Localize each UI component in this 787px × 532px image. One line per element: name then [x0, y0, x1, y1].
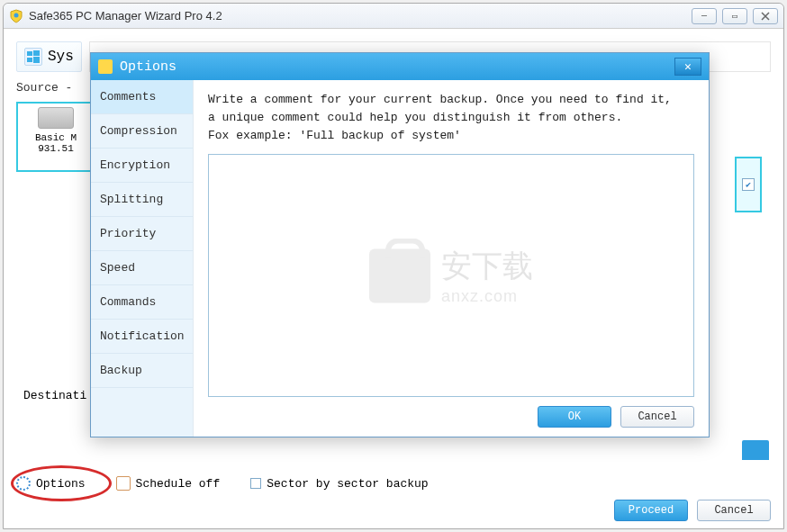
sidebar-item-compression[interactable]: Compression: [91, 114, 193, 149]
svg-rect-4: [33, 57, 40, 63]
schedule-label: Schedule off: [136, 477, 221, 491]
cancel-button[interactable]: Cancel: [697, 500, 771, 521]
bag-icon: [369, 248, 430, 302]
gear-icon: [16, 476, 31, 491]
checkbox-empty-icon: [250, 478, 261, 489]
dialog-titlebar[interactable]: Options ✕: [91, 53, 709, 80]
dialog-shield-icon: [98, 59, 113, 74]
sidebar-item-comments[interactable]: Comments: [91, 80, 193, 114]
minimize-button[interactable]: —: [692, 8, 717, 24]
hdd-icon: [38, 107, 74, 129]
dialog-ok-button[interactable]: OK: [538, 406, 611, 428]
titlebar[interactable]: Safe365 PC Manager Wizard Pro 4.2 — ▭: [4, 4, 783, 29]
sidebar-item-speed[interactable]: Speed: [91, 251, 193, 285]
sidebar-item-commands[interactable]: Commands: [91, 285, 193, 320]
disk-size: 931.51: [22, 143, 90, 154]
svg-point-0: [14, 13, 19, 17]
dialog-title-text: Options: [120, 59, 176, 75]
dialog-sidebar: Comments Compression Encryption Splittin…: [91, 80, 194, 437]
watermark: 安下载 anxz.com: [369, 246, 533, 306]
help-text: Write a comment for your current backup.…: [208, 91, 694, 145]
svg-rect-1: [27, 51, 32, 56]
options-label: Options: [36, 477, 86, 491]
sector-label: Sector by sector backup: [267, 477, 428, 491]
sidebar-item-splitting[interactable]: Splitting: [91, 183, 193, 217]
svg-rect-2: [33, 50, 40, 56]
partition-selected[interactable]: ✔: [735, 157, 762, 212]
tab-label: Sys: [48, 49, 74, 65]
disk-name: Basic M: [22, 132, 90, 143]
windows-icon: [24, 48, 42, 66]
calendar-icon: [116, 476, 131, 491]
dialog-close-button[interactable]: ✕: [674, 58, 701, 76]
dialog-cancel-button[interactable]: Cancel: [620, 406, 694, 428]
svg-rect-3: [27, 58, 32, 62]
maximize-button[interactable]: ▭: [722, 8, 747, 24]
sidebar-item-notification[interactable]: Notification: [91, 320, 193, 354]
close-button[interactable]: [753, 8, 778, 24]
main-window: Safe365 PC Manager Wizard Pro 4.2 — ▭ Sy…: [3, 3, 784, 529]
options-link[interactable]: Options: [16, 476, 86, 491]
sidebar-item-priority[interactable]: Priority: [91, 217, 193, 251]
sector-checkbox[interactable]: Sector by sector backup: [250, 477, 428, 491]
schedule-link[interactable]: Schedule off: [116, 476, 221, 491]
options-dialog: Options ✕ Comments Compression Encryptio…: [90, 52, 710, 437]
tab-system[interactable]: Sys: [16, 41, 82, 72]
browse-folder-icon[interactable]: [742, 440, 769, 460]
checkbox-icon: ✔: [742, 178, 755, 191]
comment-textarea[interactable]: 安下载 anxz.com: [208, 154, 694, 397]
sidebar-item-encryption[interactable]: Encryption: [91, 149, 193, 183]
destination-label: Destinati: [23, 389, 86, 402]
sidebar-item-backup[interactable]: Backup: [91, 354, 193, 388]
proceed-button[interactable]: Proceed: [614, 500, 688, 521]
app-title: Safe365 PC Manager Wizard Pro 4.2: [29, 9, 692, 23]
app-shield-icon: [9, 9, 23, 23]
source-disk[interactable]: Basic M 931.51: [16, 102, 95, 172]
